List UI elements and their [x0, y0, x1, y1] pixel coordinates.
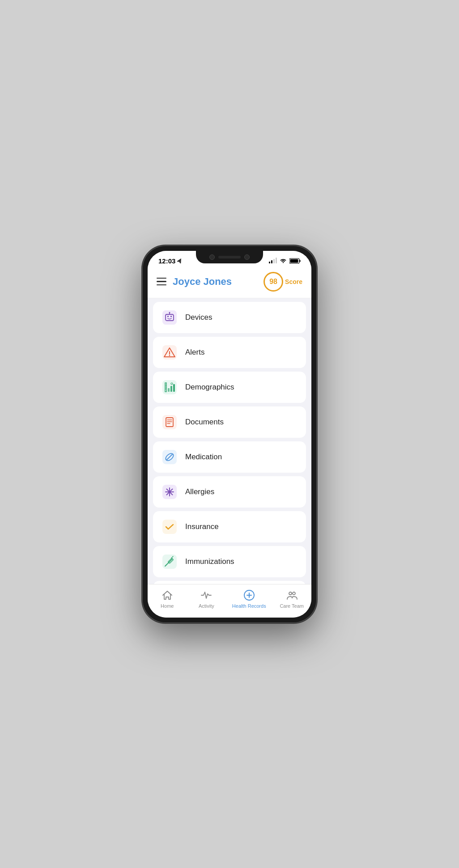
score-circle: 98: [264, 272, 283, 292]
score-label: Score: [285, 278, 302, 285]
front-camera: [209, 254, 215, 260]
time-display: 12:03: [158, 257, 175, 265]
svg-point-10: [169, 312, 170, 313]
documents-label: Documents: [185, 418, 224, 427]
svg-rect-21: [168, 388, 170, 392]
svg-point-13: [169, 355, 170, 356]
svg-rect-23: [173, 384, 175, 392]
devices-icon: [161, 309, 178, 326]
phone-screen: 12:03: [148, 251, 311, 618]
wifi-icon: [280, 258, 287, 263]
nav-care-team-label: Care Team: [280, 603, 304, 609]
signal-icon: [269, 258, 277, 263]
svg-rect-25: [162, 415, 177, 429]
svg-rect-2: [290, 259, 298, 263]
demographics-icon: [161, 379, 178, 396]
svg-rect-7: [167, 316, 169, 317]
bottom-nav: Home Activity Health R: [148, 584, 311, 618]
menu-item-insurance[interactable]: Insurance: [153, 511, 306, 542]
header-left: Joyce Jones: [157, 276, 232, 288]
nav-home-label: Home: [161, 603, 174, 609]
svg-marker-0: [177, 258, 183, 263]
allergies-icon: [161, 483, 178, 500]
speaker: [218, 256, 241, 258]
health-records-icon: [243, 589, 255, 601]
nav-activity-label: Activity: [199, 603, 214, 609]
home-icon: [161, 589, 174, 601]
phone-frame: 12:03: [142, 246, 317, 623]
immunizations-label: Immunizations: [185, 557, 234, 566]
menu-item-allergies[interactable]: Allergies: [153, 476, 306, 508]
medication-icon: [161, 449, 178, 466]
hamburger-line: [157, 284, 166, 286]
insurance-label: Insurance: [185, 522, 219, 531]
care-team-icon: [285, 589, 298, 601]
activity-icon: [200, 589, 212, 601]
svg-rect-3: [300, 260, 301, 262]
user-name: Joyce Jones: [173, 276, 232, 288]
alerts-label: Alerts: [185, 348, 204, 357]
svg-point-65: [289, 592, 292, 595]
nav-care-team[interactable]: Care Team: [278, 589, 305, 609]
sensor: [244, 254, 250, 260]
allergies-label: Allergies: [185, 487, 214, 496]
notch: [196, 251, 263, 263]
alerts-icon: [161, 344, 178, 361]
devices-label: Devices: [185, 313, 212, 322]
svg-rect-39: [162, 520, 177, 534]
menu-item-demographics[interactable]: Demographics: [153, 372, 306, 403]
battery-icon: [289, 258, 301, 264]
immunizations-icon: [161, 553, 178, 570]
nav-health-records-label: Health Records: [232, 603, 266, 609]
svg-point-38: [169, 491, 171, 493]
demographics-label: Demographics: [185, 383, 234, 392]
svg-line-44: [165, 565, 166, 566]
menu-item-immunizations[interactable]: Immunizations: [153, 546, 306, 577]
nav-home[interactable]: Home: [154, 589, 181, 609]
status-icons: [269, 258, 301, 264]
menu-item-documents[interactable]: Documents: [153, 406, 306, 438]
status-time: 12:03: [158, 257, 183, 265]
hamburger-line: [157, 281, 166, 282]
svg-rect-8: [170, 316, 172, 317]
menu-item-medication[interactable]: Medication: [153, 441, 306, 473]
score-value: 98: [269, 278, 277, 286]
menu-item-family-health-history[interactable]: Family Health History: [153, 581, 306, 584]
medication-label: Medication: [185, 453, 222, 462]
svg-rect-22: [170, 386, 172, 392]
menu-item-alerts[interactable]: Alerts: [153, 337, 306, 368]
nav-health-records[interactable]: Health Records: [232, 589, 266, 609]
location-icon: [177, 258, 183, 263]
menu-item-devices[interactable]: Devices: [153, 302, 306, 333]
svg-point-66: [293, 592, 295, 595]
hamburger-menu[interactable]: [157, 278, 166, 286]
score-badge[interactable]: 98 Score: [264, 272, 302, 292]
hamburger-line: [157, 278, 166, 279]
menu-list: Devices Alerts: [148, 298, 311, 584]
nav-activity[interactable]: Activity: [193, 589, 220, 609]
documents-icon: [161, 414, 178, 431]
app-header: Joyce Jones 98 Score: [148, 267, 311, 298]
insurance-icon: [161, 518, 178, 535]
